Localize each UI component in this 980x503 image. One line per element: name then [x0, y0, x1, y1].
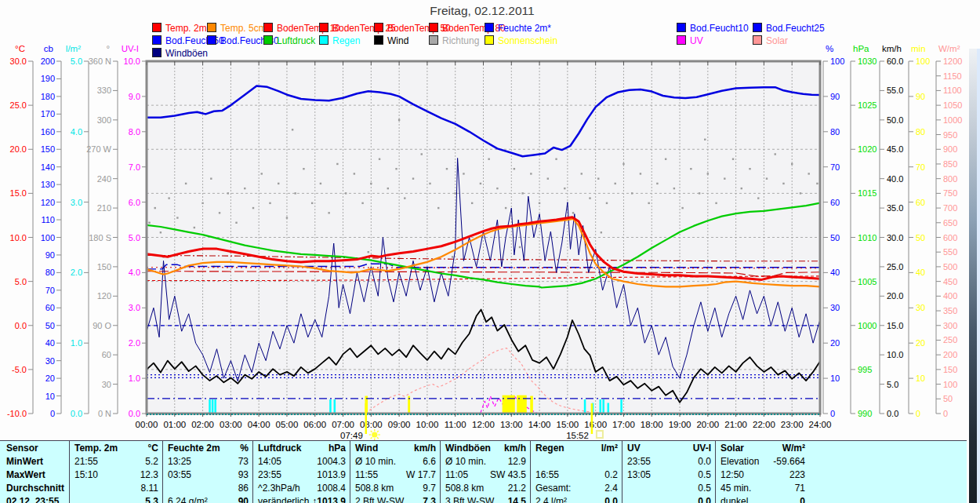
axis-tick-label: 170: [41, 109, 55, 118]
axis-tick-label: 25.0: [887, 262, 903, 272]
stats-cell-value: ↑1013.9: [312, 496, 346, 503]
axis-tick-label: 950: [943, 130, 957, 140]
stats-cell-value: 8.11: [141, 483, 158, 494]
axis-tick-label: -10.0: [7, 409, 27, 418]
axis-tick-label: 1.0: [71, 338, 82, 348]
stats-cell-label: 3 Bft W-SW: [445, 496, 494, 503]
axis-lm2: 0.01.02.03.04.05.0l/m²: [66, 44, 89, 418]
axis-tick-label: 2.0: [129, 338, 140, 348]
legend-swatch: [677, 35, 686, 45]
axis-tick-label: 80: [830, 127, 840, 137]
stats-cell-value: 1004.3: [317, 456, 346, 467]
legend-swatch: [319, 23, 328, 32]
axis-tick-label: 35.0: [887, 203, 903, 213]
axis-tick-label: 100: [943, 380, 957, 389]
axis-tick-label: 3.0: [129, 303, 140, 312]
x-tick-label: 13:00: [500, 420, 523, 429]
stats-sensor-name: Regen: [535, 443, 564, 454]
stats-cell-value: 7.3: [423, 496, 436, 503]
axis-tick-label: 1005: [858, 277, 877, 286]
axis-tick-label: 120: [97, 291, 111, 301]
stats-cell-label: 12:50: [720, 469, 744, 480]
stats-cell-label: 13:25: [168, 456, 191, 467]
axis-tick-label: 330: [97, 86, 111, 95]
axis-min: 0102030405060708090100min: [909, 44, 930, 418]
axis-tick-label: 1.0: [129, 374, 140, 383]
axis-tick-label: 240: [97, 174, 111, 184]
stats-sensor-name: Wind: [355, 443, 378, 454]
axis-tick-label: 1020: [858, 144, 877, 154]
axis-tick-label: 450: [943, 277, 957, 286]
stats-group-windb-en: Windböenkm/hØ 10 min.12.911:05SW 43.5508…: [440, 441, 531, 503]
axis-tick-label: 80: [45, 268, 55, 277]
axis-tick-label: 995: [858, 365, 872, 374]
legend-label: Bod.Feucht10: [690, 23, 749, 34]
stats-cell-label: Elevation: [720, 456, 759, 467]
x-tick-label: 03:00: [220, 420, 242, 429]
x-tick-label: 21:00: [724, 420, 747, 429]
axis-tick-label: 2.0: [71, 268, 82, 277]
legend-swatch: [677, 23, 686, 32]
legend-item-richtung: Richtung: [429, 35, 479, 46]
legend-item-feuchte-2m-: Feuchte 2m*: [485, 23, 551, 33]
axis-tick-label: 160: [41, 127, 55, 137]
legend-label: Feuchte 2m*: [498, 23, 551, 34]
axis-tick-label: 40: [45, 338, 55, 348]
axis-tick-label: 30.0: [887, 233, 903, 242]
axis-tick-label: 650: [943, 218, 957, 228]
legend-swatch: [429, 23, 438, 32]
x-tick-label: 10:00: [416, 420, 439, 429]
legend-swatch: [319, 35, 328, 45]
legend-swatch: [374, 35, 383, 45]
x-tick-label: 04:00: [248, 420, 270, 429]
axis-tick-label: 70: [916, 162, 925, 172]
axis-tick-label: 55.0: [887, 86, 903, 95]
stats-cell-value: 90: [238, 496, 249, 503]
legend-swatch: [753, 35, 762, 45]
axis-tick-label: 1000: [858, 321, 877, 330]
stats-cell-value: 9.7: [423, 483, 436, 494]
axis-tick-label: 90: [45, 250, 55, 260]
window-edge-highlight: [977, 49, 980, 503]
axis-tick-label: 300: [943, 321, 957, 330]
stats-cell-value: 5.2: [145, 456, 158, 467]
x-tick-label: 15:00: [556, 420, 579, 429]
legend-label: Temp. 2m: [165, 23, 207, 34]
axis-tick-label: 250: [943, 335, 957, 344]
axis-kmh: 0.05.010.015.020.025.030.035.040.045.050…: [880, 44, 903, 418]
axis-tick-label: 50: [45, 321, 55, 330]
x-tick-label: 16:00: [584, 420, 607, 429]
axis-tick-label: 70: [830, 162, 840, 172]
axis-tick-label: 20: [916, 338, 925, 348]
axis-tick-label: 15.0: [887, 321, 903, 330]
sun-icon: [372, 432, 377, 437]
axis-tick-label: 200: [943, 350, 957, 359]
stats-sensor-name: Luftdruck: [258, 443, 301, 454]
axis-tick-label: 0.0: [887, 409, 898, 418]
axis-tick-label: 5.0: [15, 277, 27, 286]
axis-tick-label: 150: [97, 262, 111, 272]
axis-tick-label: 180 S: [89, 233, 111, 242]
stats-cell-value: 0.5: [698, 483, 711, 494]
x-tick-label: 22:00: [753, 420, 775, 429]
stats-cell-label: 6.24 g/m²: [168, 496, 208, 503]
stats-sensor-name: UV: [627, 443, 641, 454]
axis-tick-label: 850: [943, 159, 957, 169]
axis-tick-label: 600: [943, 233, 957, 242]
stats-cell-label: veränderlich: [258, 496, 309, 503]
axis-tick-label: 80: [916, 127, 925, 137]
axis-tick-label: 400: [943, 291, 957, 301]
axis-tick-label: 4.0: [71, 127, 82, 137]
axis-tick-label: 8.0: [129, 127, 140, 137]
stats-cell-value: 12.3: [140, 469, 158, 480]
legend-item-sonnenschein: Sonnenschein: [485, 35, 557, 46]
legend-label: Bod.Feucht25: [766, 23, 825, 34]
axis-tick-label: 45.0: [887, 144, 903, 154]
axis-cb: 0102030405060708090100110120130140150160…: [41, 44, 61, 418]
stats-cell-label: 16:55: [535, 469, 559, 480]
axis-tick-label: 20.0: [887, 291, 903, 301]
stats-sensor-name: Solar: [720, 443, 744, 454]
sunset-marker-label: 15:52: [566, 431, 589, 440]
legend-swatch: [485, 23, 494, 32]
window-edge-strip: [969, 49, 977, 503]
